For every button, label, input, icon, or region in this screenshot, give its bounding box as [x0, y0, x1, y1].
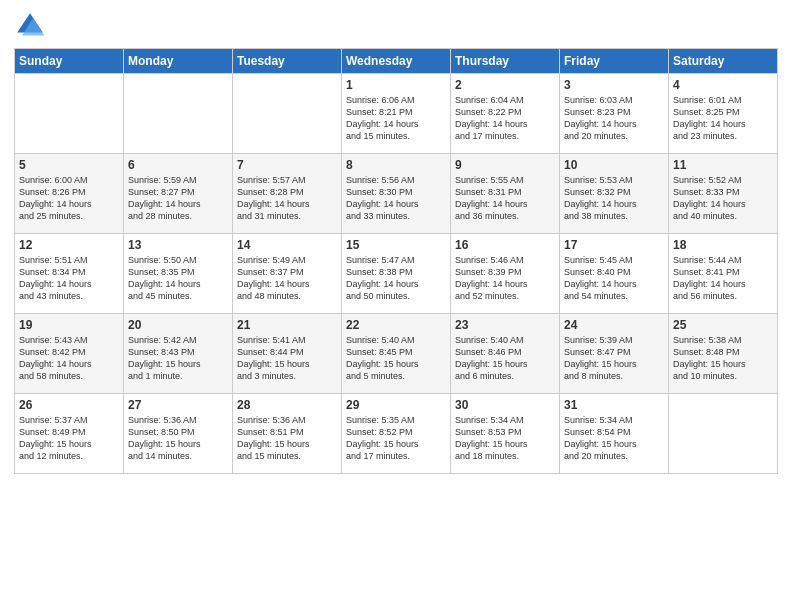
- day-number: 24: [564, 318, 664, 332]
- day-header-sunday: Sunday: [15, 49, 124, 74]
- cell-content: Sunrise: 6:06 AM Sunset: 8:21 PM Dayligh…: [346, 94, 446, 143]
- day-number: 14: [237, 238, 337, 252]
- cell-content: Sunrise: 5:50 AM Sunset: 8:35 PM Dayligh…: [128, 254, 228, 303]
- cell-content: Sunrise: 5:34 AM Sunset: 8:54 PM Dayligh…: [564, 414, 664, 463]
- calendar-cell: 5Sunrise: 6:00 AM Sunset: 8:26 PM Daylig…: [15, 154, 124, 234]
- calendar-cell: 17Sunrise: 5:45 AM Sunset: 8:40 PM Dayli…: [560, 234, 669, 314]
- cell-content: Sunrise: 5:35 AM Sunset: 8:52 PM Dayligh…: [346, 414, 446, 463]
- day-number: 17: [564, 238, 664, 252]
- day-number: 25: [673, 318, 773, 332]
- cell-content: Sunrise: 5:34 AM Sunset: 8:53 PM Dayligh…: [455, 414, 555, 463]
- cell-content: Sunrise: 5:37 AM Sunset: 8:49 PM Dayligh…: [19, 414, 119, 463]
- day-number: 21: [237, 318, 337, 332]
- calendar-cell: 30Sunrise: 5:34 AM Sunset: 8:53 PM Dayli…: [451, 394, 560, 474]
- week-row-4: 26Sunrise: 5:37 AM Sunset: 8:49 PM Dayli…: [15, 394, 778, 474]
- day-number: 4: [673, 78, 773, 92]
- cell-content: Sunrise: 5:53 AM Sunset: 8:32 PM Dayligh…: [564, 174, 664, 223]
- calendar-body: 1Sunrise: 6:06 AM Sunset: 8:21 PM Daylig…: [15, 74, 778, 474]
- day-header-friday: Friday: [560, 49, 669, 74]
- cell-content: Sunrise: 6:04 AM Sunset: 8:22 PM Dayligh…: [455, 94, 555, 143]
- calendar-cell: 31Sunrise: 5:34 AM Sunset: 8:54 PM Dayli…: [560, 394, 669, 474]
- day-number: 13: [128, 238, 228, 252]
- calendar-cell: 23Sunrise: 5:40 AM Sunset: 8:46 PM Dayli…: [451, 314, 560, 394]
- cell-content: Sunrise: 5:49 AM Sunset: 8:37 PM Dayligh…: [237, 254, 337, 303]
- day-number: 15: [346, 238, 446, 252]
- week-row-0: 1Sunrise: 6:06 AM Sunset: 8:21 PM Daylig…: [15, 74, 778, 154]
- week-row-3: 19Sunrise: 5:43 AM Sunset: 8:42 PM Dayli…: [15, 314, 778, 394]
- calendar-cell: 27Sunrise: 5:36 AM Sunset: 8:50 PM Dayli…: [124, 394, 233, 474]
- cell-content: Sunrise: 5:40 AM Sunset: 8:45 PM Dayligh…: [346, 334, 446, 383]
- cell-content: Sunrise: 5:38 AM Sunset: 8:48 PM Dayligh…: [673, 334, 773, 383]
- day-number: 20: [128, 318, 228, 332]
- cell-content: Sunrise: 6:00 AM Sunset: 8:26 PM Dayligh…: [19, 174, 119, 223]
- cell-content: Sunrise: 5:56 AM Sunset: 8:30 PM Dayligh…: [346, 174, 446, 223]
- cell-content: Sunrise: 5:51 AM Sunset: 8:34 PM Dayligh…: [19, 254, 119, 303]
- calendar-cell: 15Sunrise: 5:47 AM Sunset: 8:38 PM Dayli…: [342, 234, 451, 314]
- calendar-header: SundayMondayTuesdayWednesdayThursdayFrid…: [15, 49, 778, 74]
- day-number: 2: [455, 78, 555, 92]
- header: [14, 10, 778, 42]
- day-header-thursday: Thursday: [451, 49, 560, 74]
- week-row-1: 5Sunrise: 6:00 AM Sunset: 8:26 PM Daylig…: [15, 154, 778, 234]
- day-number: 16: [455, 238, 555, 252]
- day-number: 29: [346, 398, 446, 412]
- calendar-cell: [124, 74, 233, 154]
- day-number: 26: [19, 398, 119, 412]
- day-number: 22: [346, 318, 446, 332]
- calendar-cell: 13Sunrise: 5:50 AM Sunset: 8:35 PM Dayli…: [124, 234, 233, 314]
- calendar-cell: 21Sunrise: 5:41 AM Sunset: 8:44 PM Dayli…: [233, 314, 342, 394]
- day-number: 28: [237, 398, 337, 412]
- calendar-cell: 14Sunrise: 5:49 AM Sunset: 8:37 PM Dayli…: [233, 234, 342, 314]
- cell-content: Sunrise: 5:36 AM Sunset: 8:50 PM Dayligh…: [128, 414, 228, 463]
- day-number: 10: [564, 158, 664, 172]
- cell-content: Sunrise: 5:36 AM Sunset: 8:51 PM Dayligh…: [237, 414, 337, 463]
- calendar-cell: 2Sunrise: 6:04 AM Sunset: 8:22 PM Daylig…: [451, 74, 560, 154]
- day-number: 1: [346, 78, 446, 92]
- cell-content: Sunrise: 5:59 AM Sunset: 8:27 PM Dayligh…: [128, 174, 228, 223]
- days-of-week-row: SundayMondayTuesdayWednesdayThursdayFrid…: [15, 49, 778, 74]
- calendar-cell: 22Sunrise: 5:40 AM Sunset: 8:45 PM Dayli…: [342, 314, 451, 394]
- calendar-cell: [233, 74, 342, 154]
- cell-content: Sunrise: 5:42 AM Sunset: 8:43 PM Dayligh…: [128, 334, 228, 383]
- logo: [14, 10, 50, 42]
- day-header-wednesday: Wednesday: [342, 49, 451, 74]
- calendar-cell: 9Sunrise: 5:55 AM Sunset: 8:31 PM Daylig…: [451, 154, 560, 234]
- logo-icon: [14, 10, 46, 42]
- calendar-cell: 6Sunrise: 5:59 AM Sunset: 8:27 PM Daylig…: [124, 154, 233, 234]
- day-number: 5: [19, 158, 119, 172]
- calendar-cell: 29Sunrise: 5:35 AM Sunset: 8:52 PM Dayli…: [342, 394, 451, 474]
- day-number: 19: [19, 318, 119, 332]
- cell-content: Sunrise: 5:52 AM Sunset: 8:33 PM Dayligh…: [673, 174, 773, 223]
- day-number: 9: [455, 158, 555, 172]
- calendar-cell: 24Sunrise: 5:39 AM Sunset: 8:47 PM Dayli…: [560, 314, 669, 394]
- day-header-saturday: Saturday: [669, 49, 778, 74]
- calendar-cell: 25Sunrise: 5:38 AM Sunset: 8:48 PM Dayli…: [669, 314, 778, 394]
- day-number: 3: [564, 78, 664, 92]
- calendar-cell: 10Sunrise: 5:53 AM Sunset: 8:32 PM Dayli…: [560, 154, 669, 234]
- calendar-cell: 19Sunrise: 5:43 AM Sunset: 8:42 PM Dayli…: [15, 314, 124, 394]
- day-number: 30: [455, 398, 555, 412]
- cell-content: Sunrise: 5:41 AM Sunset: 8:44 PM Dayligh…: [237, 334, 337, 383]
- cell-content: Sunrise: 5:45 AM Sunset: 8:40 PM Dayligh…: [564, 254, 664, 303]
- cell-content: Sunrise: 5:47 AM Sunset: 8:38 PM Dayligh…: [346, 254, 446, 303]
- calendar-cell: 8Sunrise: 5:56 AM Sunset: 8:30 PM Daylig…: [342, 154, 451, 234]
- cell-content: Sunrise: 5:39 AM Sunset: 8:47 PM Dayligh…: [564, 334, 664, 383]
- calendar-cell: 3Sunrise: 6:03 AM Sunset: 8:23 PM Daylig…: [560, 74, 669, 154]
- week-row-2: 12Sunrise: 5:51 AM Sunset: 8:34 PM Dayli…: [15, 234, 778, 314]
- calendar-cell: 18Sunrise: 5:44 AM Sunset: 8:41 PM Dayli…: [669, 234, 778, 314]
- cell-content: Sunrise: 5:46 AM Sunset: 8:39 PM Dayligh…: [455, 254, 555, 303]
- cell-content: Sunrise: 5:57 AM Sunset: 8:28 PM Dayligh…: [237, 174, 337, 223]
- day-number: 11: [673, 158, 773, 172]
- calendar-cell: [669, 394, 778, 474]
- calendar-cell: 7Sunrise: 5:57 AM Sunset: 8:28 PM Daylig…: [233, 154, 342, 234]
- cell-content: Sunrise: 6:03 AM Sunset: 8:23 PM Dayligh…: [564, 94, 664, 143]
- day-number: 23: [455, 318, 555, 332]
- day-number: 7: [237, 158, 337, 172]
- day-header-monday: Monday: [124, 49, 233, 74]
- calendar-cell: 1Sunrise: 6:06 AM Sunset: 8:21 PM Daylig…: [342, 74, 451, 154]
- cell-content: Sunrise: 5:44 AM Sunset: 8:41 PM Dayligh…: [673, 254, 773, 303]
- day-number: 31: [564, 398, 664, 412]
- cell-content: Sunrise: 5:55 AM Sunset: 8:31 PM Dayligh…: [455, 174, 555, 223]
- calendar-cell: 20Sunrise: 5:42 AM Sunset: 8:43 PM Dayli…: [124, 314, 233, 394]
- cell-content: Sunrise: 6:01 AM Sunset: 8:25 PM Dayligh…: [673, 94, 773, 143]
